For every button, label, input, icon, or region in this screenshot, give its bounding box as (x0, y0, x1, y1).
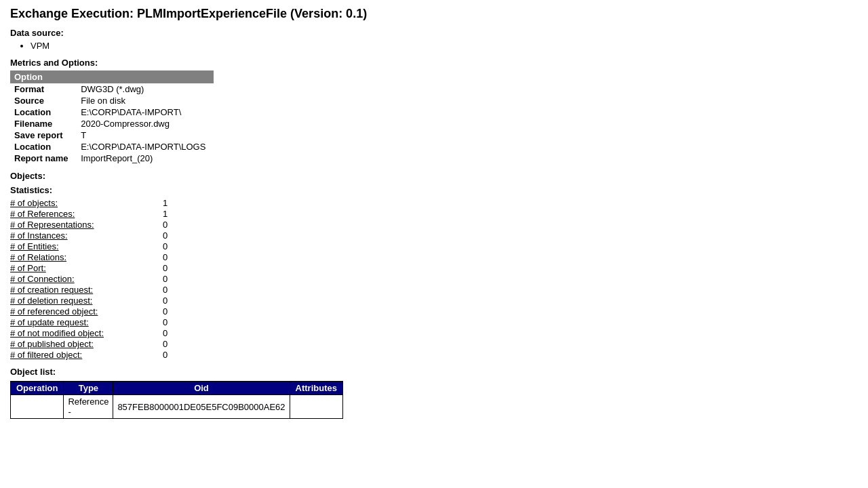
stat-label: # of update request: (10, 317, 159, 327)
stat-row: # of published object:0 (10, 339, 858, 349)
data-source-section: Data source: VPM (10, 28, 858, 51)
metrics-table-header: Option (10, 70, 214, 83)
metric-key: Filename (10, 118, 77, 129)
stat-value: 1 (163, 209, 167, 219)
metric-key: Location (10, 106, 77, 118)
stat-value: 0 (163, 252, 167, 262)
stat-label: # of referenced object: (10, 306, 159, 317)
stat-row: # of update request:0 (10, 317, 858, 327)
stat-value: 0 (163, 220, 167, 230)
stat-row: # of Instances:0 (10, 230, 858, 241)
stat-label: # of not modified object: (10, 328, 159, 338)
stat-label: # of Port: (10, 263, 159, 273)
stat-row: # of objects:1 (10, 198, 858, 208)
cell-attributes (290, 395, 342, 419)
stat-label: # of Representations: (10, 220, 159, 230)
stat-row: # of deletion request:0 (10, 296, 858, 306)
statistics-section: Statistics: # of objects:1# of Reference… (10, 185, 858, 360)
metric-key: Report name (10, 152, 77, 164)
object-table: OperationTypeOidAttributes Reference -85… (10, 381, 343, 419)
stat-value: 0 (163, 339, 167, 349)
table-row: Save reportT (10, 129, 214, 141)
stat-value: 0 (163, 230, 167, 241)
metric-value: DWG3D (*.dwg) (77, 83, 214, 95)
object-list-section: Object list: OperationTypeOidAttributes … (10, 367, 858, 419)
data-source-list: VPM (10, 41, 858, 51)
metric-value: 2020-Compressor.dwg (77, 118, 214, 129)
objects-label: Objects: (10, 171, 858, 181)
metrics-table: Option FormatDWG3D (*.dwg)SourceFile on … (10, 70, 214, 164)
table-row: FormatDWG3D (*.dwg) (10, 83, 214, 95)
table-row: SourceFile on disk (10, 95, 214, 106)
table-row: Report nameImportReport_(20) (10, 152, 214, 164)
stat-row: # of filtered object:0 (10, 350, 858, 360)
stat-label: # of References: (10, 209, 159, 219)
stat-value: 0 (163, 285, 167, 295)
stat-row: # of Connection:0 (10, 274, 858, 284)
table-column-header: Operation (11, 382, 64, 395)
stat-value: 0 (163, 317, 167, 327)
stat-label: # of Entities: (10, 241, 159, 251)
stat-row: # of not modified object:0 (10, 328, 858, 338)
object-list-label: Object list: (10, 367, 858, 377)
stat-label: # of published object: (10, 339, 159, 349)
stat-value: 0 (163, 263, 167, 273)
stat-row: # of referenced object:0 (10, 306, 858, 317)
page-title: Exchange Execution: PLMImportExperienceF… (10, 7, 858, 21)
table-row: LocationE:\CORP\DATA-IMPORT\LOGS (10, 141, 214, 152)
metrics-section: Metrics and Options: Option FormatDWG3D … (10, 58, 858, 164)
cell-oid: 857FEB8000001DE05E5FC09B0000AE62 (113, 395, 290, 419)
stat-label: # of Relations: (10, 252, 159, 262)
metric-value: T (77, 129, 214, 141)
metric-value: E:\CORP\DATA-IMPORT\LOGS (77, 141, 214, 152)
stat-label: # of Connection: (10, 274, 159, 284)
stat-label: # of objects: (10, 198, 159, 208)
statistics-label: Statistics: (10, 185, 858, 195)
stat-value: 1 (163, 198, 167, 208)
table-row: Reference -857FEB8000001DE05E5FC09B0000A… (11, 395, 343, 419)
metric-key: Location (10, 141, 77, 152)
table-row: Filename2020-Compressor.dwg (10, 118, 214, 129)
stat-label: # of deletion request: (10, 296, 159, 306)
stat-row: # of References:1 (10, 209, 858, 219)
stat-row: # of Entities:0 (10, 241, 858, 251)
metric-key: Save report (10, 129, 77, 141)
list-item: VPM (31, 41, 858, 51)
table-column-header: Oid (113, 382, 290, 395)
cell-operation (11, 395, 64, 419)
stat-value: 0 (163, 350, 167, 360)
data-source-label: Data source: (10, 28, 858, 38)
metric-key: Format (10, 83, 77, 95)
stat-label: # of Instances: (10, 230, 159, 241)
stat-row: # of creation request:0 (10, 285, 858, 295)
stat-value: 0 (163, 274, 167, 284)
stat-label: # of filtered object: (10, 350, 159, 360)
stat-value: 0 (163, 296, 167, 306)
table-column-header: Type (64, 382, 113, 395)
table-row: LocationE:\CORP\DATA-IMPORT\ (10, 106, 214, 118)
table-column-header: Attributes (290, 382, 342, 395)
metric-value: File on disk (77, 95, 214, 106)
metric-value: ImportReport_(20) (77, 152, 214, 164)
objects-section: Objects: (10, 171, 858, 181)
metrics-label: Metrics and Options: (10, 58, 858, 68)
metric-value: E:\CORP\DATA-IMPORT\ (77, 106, 214, 118)
stat-value: 0 (163, 306, 167, 317)
stat-row: # of Port:0 (10, 263, 858, 273)
stat-value: 0 (163, 241, 167, 251)
stat-row: # of Representations:0 (10, 220, 858, 230)
stats-container: # of objects:1# of References:1# of Repr… (10, 198, 858, 360)
stat-row: # of Relations:0 (10, 252, 858, 262)
cell-type: Reference - (64, 395, 113, 419)
stat-label: # of creation request: (10, 285, 159, 295)
metric-key: Source (10, 95, 77, 106)
stat-value: 0 (163, 328, 167, 338)
